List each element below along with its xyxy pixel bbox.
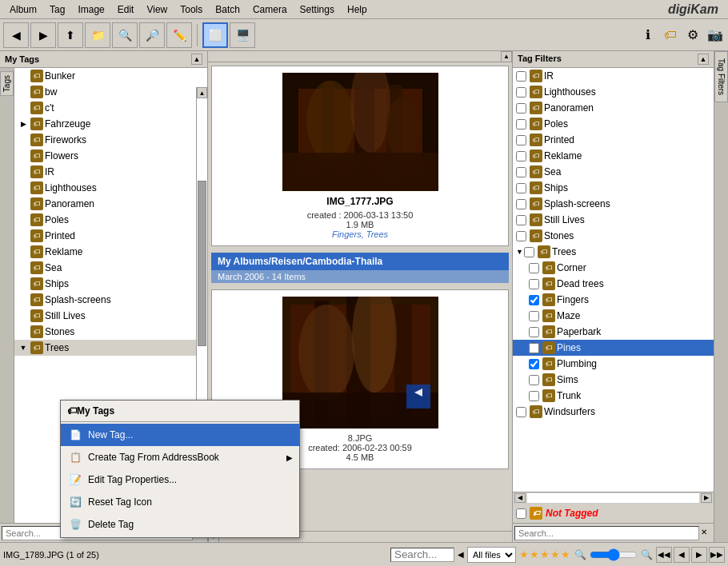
nav-next-btn[interactable]: ▶▶	[709, 547, 725, 563]
filter-item-pines[interactable]: 🏷 Pines	[513, 340, 714, 356]
filter-checkbox-dead-trees[interactable]	[529, 279, 539, 289]
filter-checkbox-maze[interactable]	[529, 311, 539, 321]
expander[interactable]	[18, 326, 29, 337]
filter-item-stones[interactable]: 🏷 Stones	[513, 228, 714, 244]
nav-back-btn[interactable]: ◀	[674, 547, 690, 563]
filter-item-poles[interactable]: 🏷 Poles	[513, 116, 714, 132]
filter-checkbox-stilllives[interactable]	[516, 215, 526, 225]
tags-vtab[interactable]: Tags	[0, 71, 14, 96]
expander[interactable]	[18, 278, 29, 289]
filter-checkbox-panoramen[interactable]	[516, 103, 526, 114]
expander[interactable]	[18, 214, 29, 225]
expander[interactable]	[18, 86, 29, 98]
expander[interactable]	[18, 166, 29, 177]
filter-checkbox-ships[interactable]	[516, 183, 526, 193]
zoom-slider[interactable]	[590, 548, 638, 561]
scroll-up-btn[interactable]: ▲	[191, 54, 202, 65]
tag-icon-right[interactable]: 🏷	[661, 26, 680, 45]
tree-item-reklame[interactable]: 🏷 Reklame	[14, 244, 207, 260]
filter-item-splash[interactable]: 🏷 Splash-screens	[513, 196, 714, 212]
filter-checkbox-lighthouses[interactable]	[516, 87, 526, 98]
ctx-reset-icon[interactable]: 🔄 Reset Tag Icon	[61, 491, 299, 513]
right-scroll-up[interactable]: ▲	[698, 54, 709, 65]
tree-item-bunker[interactable]: 🏷 Bunker	[14, 68, 207, 84]
filter-item-trunk[interactable]: 🏷 Trunk	[513, 388, 714, 404]
display-button[interactable]: 🖥️	[230, 22, 255, 48]
filter-checkbox-ir[interactable]	[516, 71, 526, 82]
filter-item-ir[interactable]: 🏷 IR	[513, 68, 714, 84]
nav-forward-btn[interactable]: ▶	[691, 547, 707, 563]
folder-button[interactable]: 📁	[85, 22, 110, 48]
filter-item-maze[interactable]: 🏷 Maze	[513, 308, 714, 324]
scroll-up[interactable]: ▲	[197, 87, 207, 98]
tree-item-lighthouses[interactable]: 🏷 Lighthouses	[14, 180, 207, 196]
tree-item-sea[interactable]: 🏷 Sea	[14, 260, 207, 276]
nav-prev-btn[interactable]: ◀◀	[656, 547, 672, 563]
tree-item-stilllives[interactable]: 🏷 Still Lives	[14, 308, 207, 324]
filter-item-printed[interactable]: 🏷 Printed	[513, 132, 714, 148]
tree-item-panoramen[interactable]: 🏷 Panoramen	[14, 196, 207, 212]
expander[interactable]	[18, 246, 29, 257]
menu-help[interactable]: Help	[341, 2, 374, 17]
not-tagged-item[interactable]: 🏷 Not Tagged	[513, 503, 714, 523]
center-search-input[interactable]	[390, 548, 454, 562]
right-scroll-right[interactable]: ▶	[701, 493, 712, 503]
forward-button[interactable]: ▶	[30, 22, 56, 48]
expander[interactable]	[18, 294, 29, 305]
tree-item-poles[interactable]: 🏷 Poles	[14, 212, 207, 228]
tree-item-trees[interactable]: ▼ 🏷 Trees	[14, 340, 207, 356]
star-rating[interactable]: ★★★★★	[519, 548, 571, 560]
settings-icon[interactable]: ⚙	[683, 26, 702, 45]
filter-checkbox-trunk[interactable]	[529, 391, 539, 401]
menu-album[interactable]: Album	[3, 2, 43, 17]
expander[interactable]	[18, 262, 29, 273]
filter-checkbox-fingers[interactable]	[529, 295, 539, 305]
expander[interactable]	[18, 150, 29, 161]
zoom-reset[interactable]: 🔍	[641, 549, 653, 560]
menu-camera[interactable]: Camera	[246, 2, 294, 17]
filter-item-ships[interactable]: 🏷 Ships	[513, 180, 714, 196]
filter-checkbox-corner[interactable]	[529, 263, 539, 273]
filter-checkbox-sims[interactable]	[529, 375, 539, 385]
zoom-out-button[interactable]: 🔎	[139, 22, 165, 48]
info-icon[interactable]: ℹ	[638, 26, 658, 45]
filter-item-fingers[interactable]: 🏷 Fingers	[513, 292, 714, 308]
filter-checkbox-poles[interactable]	[516, 119, 526, 130]
right-search-clear[interactable]: ✕	[701, 528, 712, 539]
filter-checkbox-windsurfers[interactable]	[516, 407, 526, 417]
search-arrow[interactable]: ◀	[458, 550, 464, 559]
filter-checkbox-sea[interactable]	[516, 167, 526, 177]
ctx-new-tag[interactable]: 📄 New Tag...	[61, 424, 299, 446]
expander[interactable]	[18, 70, 29, 82]
ctx-delete-tag[interactable]: 🗑️ Delete Tag	[61, 513, 299, 536]
ctx-create-from-addressbook[interactable]: 📋 Create Tag From AddressBook ▶	[61, 446, 299, 468]
filter-item-sea[interactable]: 🏷 Sea	[513, 164, 714, 180]
camera-icon[interactable]: 📷	[706, 26, 725, 45]
expander[interactable]	[18, 230, 29, 241]
tree-item-bw[interactable]: 🏷 bw	[14, 84, 207, 100]
select-button[interactable]: ⬜	[202, 22, 228, 48]
tree-item-flowers[interactable]: 🏷 Flowers	[14, 148, 207, 164]
zoom-in-button[interactable]: 🔍	[112, 22, 138, 48]
filter-checkbox-paperbark[interactable]	[529, 327, 539, 337]
back-button[interactable]: ◀	[3, 22, 29, 48]
up-button[interactable]: ⬆	[58, 22, 83, 48]
right-search-input[interactable]	[514, 526, 699, 540]
tree-item-stones[interactable]: 🏷 Stones	[14, 324, 207, 340]
filter-item-lighthouses[interactable]: 🏷 Lighthouses	[513, 84, 714, 100]
tree-item-fahrzeuge[interactable]: ▶ 🏷 Fahrzeuge	[14, 116, 207, 132]
menu-edit[interactable]: Edit	[111, 2, 141, 17]
expander[interactable]	[18, 134, 29, 145]
filter-item-trees[interactable]: ▼ 🏷 Trees	[513, 244, 714, 260]
filter-item-dead-trees[interactable]: 🏷 Dead trees	[513, 276, 714, 292]
filter-item-stilllives[interactable]: 🏷 Still Lives	[513, 212, 714, 228]
filter-checkbox-plumbing[interactable]	[529, 359, 539, 369]
tree-item-ir[interactable]: 🏷 IR	[14, 164, 207, 180]
filter-checkbox-reklame[interactable]	[516, 151, 526, 161]
filter-checkbox-printed[interactable]	[516, 135, 526, 145]
expander-trees[interactable]: ▼	[18, 342, 29, 353]
scroll-up-center[interactable]: ▲	[501, 51, 512, 62]
tag-filters-vtab[interactable]: Tag Filters	[714, 51, 728, 102]
filter-item-panoramen[interactable]: 🏷 Panoramen	[513, 100, 714, 116]
filter-item-sims[interactable]: 🏷 Sims	[513, 372, 714, 388]
